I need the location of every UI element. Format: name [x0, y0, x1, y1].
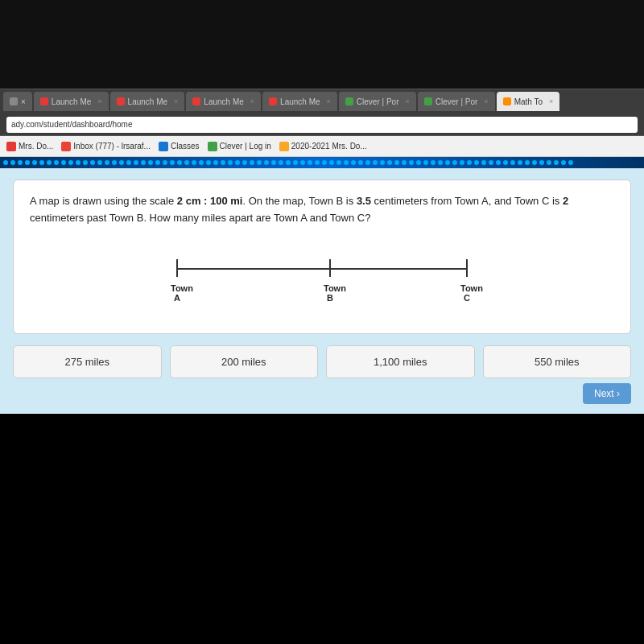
led-dot: [416, 160, 421, 165]
led-bar: [0, 157, 644, 168]
tab-close-7[interactable]: ×: [549, 97, 553, 105]
led-dot: [39, 160, 44, 165]
led-dot: [474, 160, 479, 165]
tab-icon-math: [503, 97, 511, 105]
tab-label-launch1: Launch Me: [52, 97, 91, 106]
led-dot: [489, 160, 493, 165]
tab-label: ×: [21, 97, 26, 106]
led-dot: [503, 160, 508, 165]
tab-clever-1[interactable]: Clever | Por ×: [339, 92, 416, 111]
led-dot: [518, 160, 522, 165]
led-dot: [163, 160, 167, 165]
scale-value: 2 cm : 100 mi: [177, 195, 243, 207]
tab-launch-2[interactable]: Launch Me ×: [110, 92, 185, 111]
led-dot: [177, 160, 182, 165]
led-dot: [10, 160, 15, 165]
led-dot: [184, 160, 189, 165]
tab-partial[interactable]: ×: [3, 92, 32, 111]
led-dot: [554, 160, 559, 165]
tab-close-1[interactable]: ×: [97, 97, 101, 105]
svg-text:Town: Town: [171, 283, 193, 293]
bookmark-inbox[interactable]: Inbox (777) - lrsaraf...: [61, 142, 151, 151]
led-dot: [18, 160, 23, 165]
bookmark-icon-2020: [279, 142, 289, 151]
led-dot: [373, 160, 378, 165]
tab-label-launch4: Launch Me: [280, 97, 320, 106]
led-dot: [300, 160, 305, 165]
led-dot: [315, 160, 320, 165]
led-dot: [105, 160, 109, 165]
answer-btn-b[interactable]: 200 miles: [170, 345, 319, 378]
led-dot: [228, 160, 233, 165]
led-dot: [264, 160, 269, 165]
led-dot: [47, 160, 52, 165]
tab-close-5[interactable]: ×: [405, 97, 409, 105]
bookmark-label-clever: Clever | Log in: [220, 142, 271, 151]
next-button[interactable]: Next ›: [583, 383, 631, 404]
led-dot: [32, 160, 37, 165]
tab-label-launch3: Launch Me: [204, 97, 243, 106]
led-dot: [141, 160, 146, 165]
led-dot: [344, 160, 349, 165]
svg-text:A: A: [174, 293, 180, 303]
led-dot: [192, 160, 196, 165]
question-text: A map is drawn using the scale 2 cm : 10…: [30, 193, 614, 227]
led-dot: [547, 160, 551, 165]
led-dot: [380, 160, 385, 165]
bookmark-label-2020: 2020-2021 Mrs. Do...: [291, 142, 367, 151]
tab-close-6[interactable]: ×: [484, 97, 488, 105]
led-dot: [206, 160, 211, 165]
bookmark-icon-clever: [208, 142, 217, 151]
led-dot: [532, 160, 537, 165]
top-black-area: [0, 0, 644, 89]
led-dot: [235, 160, 240, 165]
led-dot: [76, 160, 80, 165]
led-dot: [54, 160, 59, 165]
tab-icon-launch2: [117, 97, 125, 105]
bookmark-mrsdo[interactable]: Mrs. Do...: [6, 142, 53, 151]
tab-close-2[interactable]: ×: [174, 97, 178, 105]
address-bar[interactable]: ady.com/student/dashboard/home: [6, 117, 638, 133]
led-dot: [134, 160, 138, 165]
page-body: A map is drawn using the scale 2 cm : 10…: [0, 168, 644, 414]
bookmark-icon-classes: [159, 142, 168, 151]
address-bar-row: ady.com/student/dashboard/home: [0, 114, 644, 136]
answer-btn-a[interactable]: 275 miles: [13, 345, 162, 378]
bookmark-clever[interactable]: Clever | Log in: [208, 142, 271, 151]
bookmark-2020[interactable]: 2020-2021 Mrs. Do...: [279, 142, 367, 151]
led-dot: [90, 160, 95, 165]
tab-icon-launch1: [40, 97, 48, 105]
tab-label-math: Math To: [514, 97, 543, 106]
led-dot: [539, 160, 544, 165]
led-dot: [221, 160, 225, 165]
led-dot: [365, 160, 370, 165]
led-dot: [279, 160, 283, 165]
answer-btn-d[interactable]: 550 miles: [483, 345, 632, 378]
address-text: ady.com/student/dashboard/home: [11, 120, 132, 129]
tab-launch-3[interactable]: Launch Me ×: [186, 92, 261, 111]
tab-launch-1[interactable]: Launch Me ×: [34, 92, 109, 111]
led-dot: [460, 160, 464, 165]
led-dot: [97, 160, 102, 165]
led-dot: [438, 160, 443, 165]
led-dot: [293, 160, 298, 165]
led-dot: [257, 160, 262, 165]
led-dot: [568, 160, 573, 165]
tab-math[interactable]: Math To ×: [497, 92, 560, 111]
led-dot: [510, 160, 515, 165]
led-dot: [68, 160, 73, 165]
led-dot: [112, 160, 117, 165]
led-dot: [496, 160, 501, 165]
tab-icon-clever2: [424, 97, 432, 105]
answer-btn-c[interactable]: 1,100 miles: [326, 345, 475, 378]
tab-close-3[interactable]: ×: [250, 97, 254, 105]
tab-close-4[interactable]: ×: [327, 97, 331, 105]
led-dot: [271, 160, 276, 165]
tab-launch-4[interactable]: Launch Me ×: [262, 92, 337, 111]
svg-text:C: C: [464, 293, 470, 303]
bookmark-classes[interactable]: Classes: [159, 142, 200, 151]
led-dot: [155, 160, 160, 165]
tab-icon-launch4: [269, 97, 277, 105]
tab-clever-2[interactable]: Clever | Por ×: [418, 92, 495, 111]
bookmark-label-mrsdo: Mrs. Do...: [19, 142, 53, 151]
